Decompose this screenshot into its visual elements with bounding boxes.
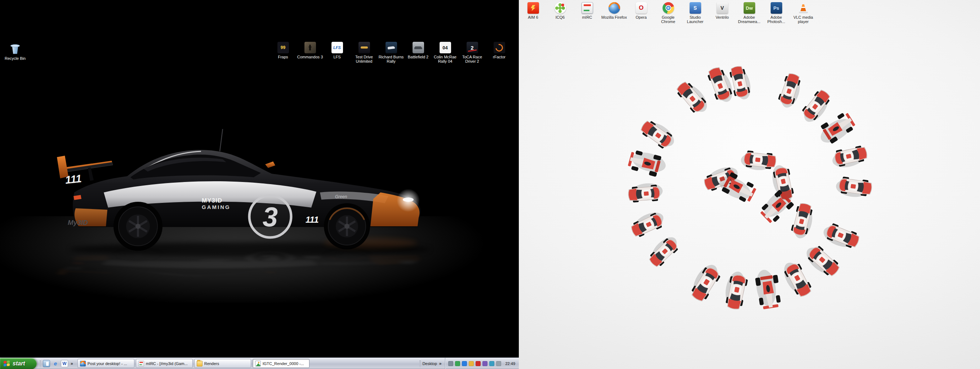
desktop-icon-opera[interactable]: O Opera	[628, 2, 655, 24]
aim-6-icon	[527, 2, 539, 14]
tray-display-icon[interactable]	[448, 361, 453, 366]
colin-mcrae-rally-04-icon: 04	[439, 42, 451, 53]
door-logo-digit: 3	[262, 202, 278, 232]
taskbar-clock[interactable]: 22:49	[505, 361, 515, 366]
icon-label: Battlefield 2	[408, 55, 428, 59]
icon-label: Recycle Bin	[5, 56, 25, 60]
ventrilo-icon: V	[717, 2, 728, 14]
taskbar-button-mirc[interactable]: mIRC - [#my3id (Gam...	[136, 359, 193, 368]
icon-label: AIM 6	[528, 15, 538, 19]
desktop-toolbar-label: Desktop	[422, 361, 437, 366]
image-viewer-icon	[255, 361, 261, 366]
taskbar-button-renders-folder[interactable]: Renders	[194, 359, 251, 368]
browser-icon	[80, 361, 86, 366]
system-tray: 22:49	[445, 358, 519, 369]
desktop-icon-ventrilo[interactable]: V Ventrilo	[709, 2, 736, 24]
icon-label: Fraps	[278, 55, 288, 59]
icon-label: mIRC	[582, 15, 592, 19]
desktop-icon-richard-burns-rally[interactable]: Richard Burns Rally	[378, 42, 405, 64]
icon-label: VLC media player	[791, 15, 816, 24]
vlc-icon	[798, 2, 809, 14]
icon-label: Adobe Dreamwea...	[737, 15, 762, 24]
desktop-icon-mirc[interactable]: mIRC	[574, 2, 601, 24]
right-monitor: AIM 6 ICQ6 mIRC Mozilla Firefox O Opera …	[519, 0, 980, 369]
desktop-icon-icq6[interactable]: ICQ6	[547, 2, 574, 24]
icon-label: rFactor	[493, 55, 506, 59]
tray-antivirus-icon[interactable]	[455, 361, 460, 366]
fraps-icon: 99	[277, 42, 289, 53]
toolbar-grip[interactable]	[419, 360, 421, 367]
show-desktop-icon[interactable]	[43, 360, 50, 367]
icon-label: Adobe Photosh...	[764, 15, 789, 24]
tray-graphics-icon[interactable]	[482, 361, 487, 366]
toy-car-circle-wallpaper	[519, 0, 980, 369]
rear-bumper-text: My3ID	[68, 219, 88, 226]
desktop-icon-lfs[interactable]: LFS LFS	[323, 42, 350, 64]
desktop-icon-aim-6[interactable]: AIM 6	[520, 2, 547, 24]
car-number-rear: 111	[65, 172, 82, 186]
taskbar-button-post-your-desktop[interactable]: Post your desktop! - ...	[78, 359, 134, 368]
dual-monitor-desktop: 111 MY3ID GAMING 3 111 My3ID Green Recyc…	[0, 0, 980, 369]
lfs-icon: LFS	[331, 42, 343, 53]
desktop-icon-adobe-photoshop[interactable]: Ps Adobe Photosh...	[763, 2, 790, 24]
battlefield-2-icon	[412, 42, 424, 53]
left-monitor: 111 MY3ID GAMING 3 111 My3ID Green Recyc…	[0, 0, 519, 369]
icon-label: ToCA Race Driver 2	[460, 55, 485, 64]
rfactor-icon	[493, 42, 505, 53]
desktop-icon-toca-race-driver-2[interactable]: 2 ToCA Race Driver 2	[459, 42, 486, 64]
desktop-icon-commandos-3[interactable]: Commandos 3	[296, 42, 323, 64]
desktop-icon-fraps[interactable]: 99 Fraps	[269, 42, 296, 64]
desktop-icon-mozilla-firefox[interactable]: Mozilla Firefox	[601, 2, 628, 24]
quick-launch-overflow-chevron[interactable]: »	[70, 361, 74, 366]
tray-volume-icon[interactable]	[469, 361, 474, 366]
taskbar: start e W » Post your desktop! - ... mIR…	[0, 358, 519, 369]
task-button-label: mIRC - [#my3id (Gam...	[146, 361, 188, 366]
chrome-icon	[663, 2, 674, 14]
icon-label: ICQ6	[555, 15, 565, 19]
desktop-icon-battlefield-2[interactable]: Battlefield 2	[405, 42, 432, 64]
desktop-icon-adobe-dreamweaver[interactable]: Dw Adobe Dreamwea...	[736, 2, 763, 24]
test-drive-unlimited-icon	[358, 42, 370, 53]
opera-icon: O	[636, 2, 647, 14]
icon-label: Colin McRae Rally 04	[432, 55, 458, 64]
task-button-label: Post your desktop! - ...	[88, 361, 127, 366]
internet-explorer-icon[interactable]: e	[52, 360, 59, 367]
task-button-label: Renders	[204, 361, 220, 366]
desktop-icon-vlc[interactable]: VLC media player	[790, 2, 817, 24]
car-number-door: 111	[305, 215, 318, 224]
windows-flag-icon	[3, 360, 10, 367]
icon-label: Test Drive Unlimited	[351, 55, 377, 64]
icon-label: Ventrilo	[716, 15, 729, 19]
desktop-toolbar[interactable]: Desktop »	[417, 358, 445, 369]
desktop-icon-recycle-bin[interactable]: Recycle Bin	[3, 43, 27, 60]
desktop-icon-test-drive-unlimited[interactable]: Test Drive Unlimited	[350, 42, 378, 64]
mirc-icon	[138, 361, 144, 366]
door-brand-line1: MY3ID	[202, 197, 222, 204]
toolbar-grip[interactable]	[40, 360, 41, 367]
icon-label: Mozilla Firefox	[601, 15, 627, 19]
word-icon[interactable]: W	[61, 360, 68, 367]
firefox-icon	[609, 2, 620, 14]
commandos-3-icon	[304, 42, 316, 53]
desktop-toolbar-chevron[interactable]: »	[439, 361, 442, 366]
right-desktop-icons: AIM 6 ICQ6 mIRC Mozilla Firefox O Opera …	[520, 2, 817, 24]
race-car-wallpaper: 111 MY3ID GAMING 3 111 My3ID Green	[53, 118, 464, 270]
tray-remove-hardware-icon[interactable]	[496, 361, 501, 366]
desktop-icon-google-chrome[interactable]: Google Chrome	[655, 2, 682, 24]
desktop-icon-rfactor[interactable]: rFactor	[486, 42, 513, 64]
sponsor-text: Green	[335, 194, 347, 199]
desktop-icon-studio-launcher[interactable]: S Studio Launcher	[682, 2, 709, 24]
icon-label: LFS	[333, 55, 340, 59]
photoshop-icon: Ps	[771, 2, 782, 14]
tray-messenger-icon[interactable]	[476, 361, 480, 366]
door-brand-line2: GAMING	[202, 204, 231, 210]
tray-update-icon[interactable]	[489, 361, 494, 366]
icon-label: Richard Burns Rally	[378, 55, 404, 64]
icon-label: Studio Launcher	[682, 15, 708, 24]
quick-launch-bar: e W »	[37, 358, 77, 369]
tray-network-icon[interactable]	[462, 361, 467, 366]
start-button[interactable]: start	[0, 358, 37, 369]
taskbar-button-igtc-render[interactable]: IGTC_Render_0000 -...	[253, 359, 310, 368]
desktop-icon-colin-mcrae-rally-04[interactable]: 04 Colin McRae Rally 04	[432, 42, 459, 64]
icon-label: Opera	[636, 15, 647, 19]
